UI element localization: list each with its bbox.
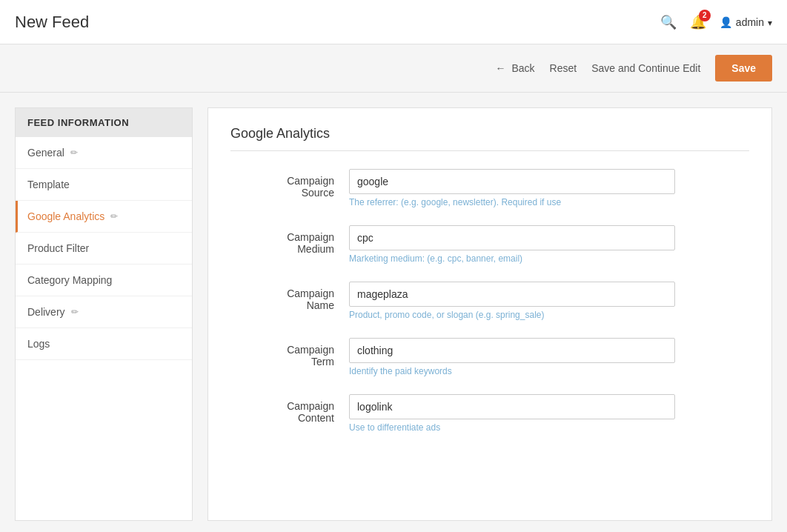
form-row-campaign-term: CampaignTermIdentify the paid keywords	[230, 338, 749, 376]
back-button[interactable]: Back	[495, 62, 534, 74]
sidebar-item-label-product-filter: Product Filter	[27, 242, 89, 254]
input-campaign-term[interactable]	[349, 338, 675, 363]
edit-icon-google-analytics	[110, 211, 118, 222]
hint-campaign-term: Identify the paid keywords	[349, 366, 749, 376]
form-section-title: Google Analytics	[230, 126, 749, 142]
main-content: FEED INFORMATION GeneralTemplateGoogle A…	[0, 93, 787, 532]
edit-icon-general	[70, 147, 78, 158]
notification-badge: 2	[699, 10, 711, 21]
action-bar: Back Reset Save and Continue Edit Save	[0, 44, 787, 93]
hint-campaign-name: Product, promo code, or slogan (e.g. spr…	[349, 310, 749, 320]
sidebar-item-label-template: Template	[27, 179, 70, 190]
sidebar-item-label-delivery: Delivery	[27, 306, 65, 318]
label-campaign-medium: CampaignMedium	[230, 225, 349, 255]
input-campaign-content[interactable]	[349, 394, 675, 419]
notification-button[interactable]: 2	[690, 14, 706, 30]
reset-button[interactable]: Reset	[550, 62, 577, 74]
form-row-campaign-source: CampaignSourceThe referrer: (e.g. google…	[230, 169, 749, 207]
save-continue-button[interactable]: Save and Continue Edit	[591, 62, 700, 74]
form-row-campaign-medium: CampaignMediumMarketing medium: (e.g. cp…	[230, 225, 749, 264]
top-header: New Feed 2 admin	[0, 0, 787, 44]
sidebar-item-logs[interactable]: Logs	[16, 328, 192, 360]
chevron-down-icon	[768, 16, 772, 28]
sidebar-item-product-filter[interactable]: Product Filter	[16, 233, 192, 265]
section-divider	[230, 150, 749, 151]
label-campaign-term: CampaignTerm	[230, 338, 349, 368]
input-campaign-source[interactable]	[349, 169, 675, 194]
sidebar-section-title: FEED INFORMATION	[16, 108, 192, 137]
label-campaign-content: CampaignContent	[230, 394, 349, 424]
user-icon	[720, 16, 732, 28]
sidebar-item-label-google-analytics: Google Analytics	[27, 210, 104, 222]
sidebar-item-template[interactable]: Template	[16, 169, 192, 201]
form-row-campaign-content: CampaignContentUse to differentiate ads	[230, 394, 749, 433]
input-campaign-medium[interactable]	[349, 225, 675, 250]
sidebar-item-delivery[interactable]: Delivery	[16, 296, 192, 328]
hint-campaign-source: The referrer: (e.g. google, newsletter).…	[349, 197, 749, 207]
sidebar-item-category-mapping[interactable]: Category Mapping	[16, 265, 192, 296]
save-button[interactable]: Save	[715, 55, 772, 82]
edit-icon-delivery	[71, 307, 79, 317]
search-button[interactable]	[660, 14, 677, 30]
field-campaign-medium: Marketing medium: (e.g. cpc, banner, ema…	[349, 225, 749, 264]
sidebar-item-label-category-mapping: Category Mapping	[27, 274, 112, 286]
label-campaign-source: CampaignSource	[230, 169, 349, 199]
search-icon	[660, 14, 677, 30]
admin-menu-button[interactable]: admin	[720, 16, 772, 28]
admin-label: admin	[736, 16, 764, 28]
field-campaign-content: Use to differentiate ads	[349, 394, 749, 433]
hint-campaign-content: Use to differentiate ads	[349, 422, 749, 433]
header-icons: 2 admin	[660, 14, 772, 30]
input-campaign-name[interactable]	[349, 282, 675, 307]
back-arrow-icon	[495, 62, 508, 74]
sidebar-item-label-logs: Logs	[27, 338, 50, 350]
label-campaign-name: CampaignName	[230, 282, 349, 311]
sidebar-item-label-general: General	[27, 147, 64, 159]
hint-campaign-medium: Marketing medium: (e.g. cpc, banner, ema…	[349, 253, 749, 264]
field-campaign-name: Product, promo code, or slogan (e.g. spr…	[349, 282, 749, 320]
form-row-campaign-name: CampaignNameProduct, promo code, or slog…	[230, 282, 749, 320]
field-campaign-term: Identify the paid keywords	[349, 338, 749, 376]
sidebar-item-general[interactable]: General	[16, 137, 192, 169]
sidebar: FEED INFORMATION GeneralTemplateGoogle A…	[15, 107, 193, 521]
sidebar-item-google-analytics[interactable]: Google Analytics	[16, 201, 192, 233]
field-campaign-source: The referrer: (e.g. google, newsletter).…	[349, 169, 749, 207]
page-title: New Feed	[15, 13, 89, 32]
form-area: Google Analytics CampaignSourceThe refer…	[207, 107, 772, 521]
